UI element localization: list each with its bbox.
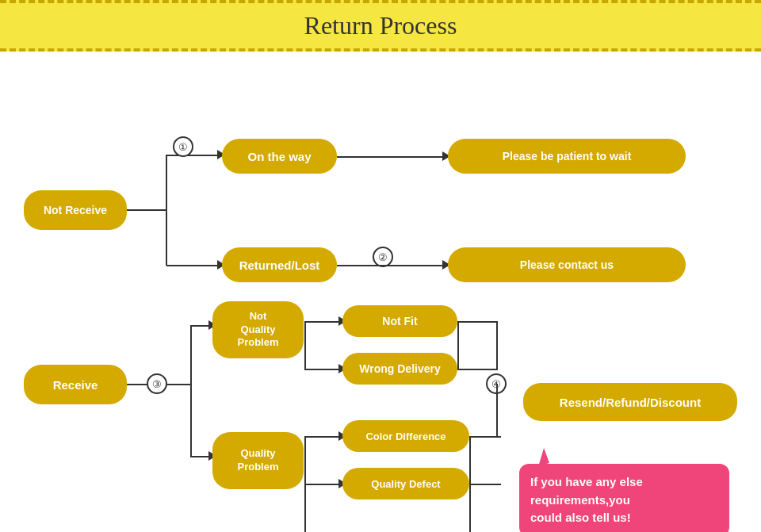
color-difference-node: Color Difference: [342, 420, 469, 452]
page-header: Return Process: [0, 0, 761, 52]
please-contact-node: Please contact us: [448, 247, 686, 282]
circle-3: ③: [147, 373, 167, 394]
speech-bubble: If you have any else requirements,you co…: [519, 464, 729, 532]
please-wait-node: Please be patient to wait: [448, 139, 686, 174]
circle-1: ①: [173, 136, 193, 157]
not-quality-node: Not Quality Problem: [212, 301, 304, 358]
receive-node: Receive: [24, 365, 127, 404]
speech-text: If you have any else requirements,you co…: [530, 475, 643, 524]
page-title: Return Process: [0, 11, 761, 40]
on-the-way-node: On the way: [222, 139, 337, 174]
resend-refund-node: Resend/Refund/Discount: [523, 383, 737, 421]
wrong-delivery-node: Wrong Delivery: [342, 353, 457, 385]
diagram: Not Receive ① On the way Returned/Lost P…: [0, 59, 761, 532]
returned-lost-node: Returned/Lost: [222, 247, 337, 282]
not-receive-node: Not Receive: [24, 190, 127, 230]
not-fit-node: Not Fit: [342, 305, 457, 337]
quality-defect-node: Quality Defect: [342, 468, 469, 499]
quality-problem-node: Quality Problem: [212, 432, 304, 489]
